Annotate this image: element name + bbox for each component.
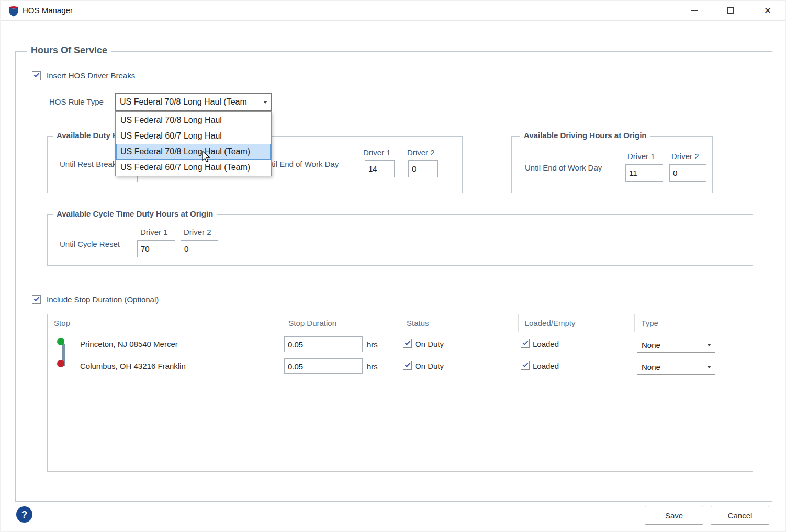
loaded-checkbox[interactable] [521,361,530,370]
stop-duration-input[interactable] [284,358,363,374]
destination-stop-icon [57,360,64,367]
question-mark-icon: ? [21,509,28,520]
minimize-icon [691,10,698,11]
cycle-driver2-input[interactable] [181,240,218,257]
dropdown-option-highlighted[interactable]: US Federal 70/8 Long Haul (Team) [116,144,271,160]
chevron-down-icon[interactable] [260,94,271,110]
column-header-status: Status [400,314,519,332]
dropdown-option[interactable]: US Federal 70/8 Long Haul [116,112,271,128]
close-icon: ✕ [764,6,771,15]
close-button[interactable]: ✕ [758,2,777,19]
driving-until-end-label: Until End of Work Day [525,163,602,172]
loaded-label: Loaded [533,361,559,370]
column-header-stop-duration: Stop Duration [282,314,400,332]
check-icon [34,72,40,77]
status-label: On Duty [415,361,444,370]
duration-unit-label: hrs [367,340,378,349]
column-header-loaded-empty: Loaded/Empty [519,314,635,332]
available-driving-hours-title: Available Driving Hours at Origin [520,131,650,140]
stops-table-header: Stop Stop Duration Status Loaded/Empty T… [48,314,753,332]
table-row-stop-name: Princeton, NJ 08540 Mercer [80,339,178,348]
driving-driver2-input[interactable] [669,164,706,182]
stop-type-value: None [637,363,703,371]
stops-table: Stop Stop Duration Status Loaded/Empty T… [47,314,753,472]
help-button[interactable]: ? [16,506,32,523]
status-label: On Duty [415,339,444,348]
status-on-duty-checkbox[interactable] [403,339,412,348]
hos-rule-type-label: HOS Rule Type [49,97,104,106]
chevron-down-icon[interactable] [703,337,715,352]
hours-of-service-title: Hours Of Service [27,45,111,56]
cycle-driver1-input[interactable] [137,240,175,257]
duration-unit-label: hrs [367,362,378,371]
titlebar: HOS Manager ✕ [1,1,785,21]
include-stop-duration-label: Include Stop Duration (Optional) [47,295,159,304]
include-stop-duration-checkbox[interactable] [32,295,41,304]
insert-hos-driver-breaks-label: Insert HOS Driver Breaks [47,71,135,80]
hos-rule-type-dropdown-list: US Federal 70/8 Long Haul US Federal 60/… [115,111,272,176]
dropdown-option[interactable]: US Federal 60/7 Long Haul (Team) [116,160,271,175]
table-row-stop-name: Columbus, OH 43216 Franklin [80,361,186,370]
status-on-duty-checkbox[interactable] [403,361,412,370]
mouse-cursor [200,151,212,165]
check-icon [405,361,411,367]
duty-end-driver1-input[interactable] [365,160,395,177]
loaded-label: Loaded [533,339,559,348]
check-icon [523,339,529,345]
check-icon [405,339,411,345]
until-cycle-reset-label: Until Cycle Reset [60,240,120,248]
stop-duration-input[interactable] [284,336,363,352]
maximize-button[interactable] [721,2,740,19]
cycle-driver1-header: Driver 1 [140,228,168,236]
app-shield-icon [7,5,20,17]
column-header-type: Type [635,314,753,332]
window-title: HOS Manager [23,6,73,15]
hos-rule-type-combobox[interactable]: US Federal 70/8 Long Haul (Team [115,93,272,111]
check-icon [34,296,40,301]
stop-type-combobox[interactable]: None [637,359,715,375]
stop-type-combobox[interactable]: None [637,337,715,353]
chevron-down-icon[interactable] [703,359,715,374]
stop-type-value: None [637,341,703,349]
minimize-button[interactable] [685,2,704,19]
duty-end-driver2-header: Driver 2 [407,148,435,157]
save-button[interactable]: Save [645,506,703,525]
until-rest-break-label: Until Rest Break [60,160,116,168]
duty-end-driver1-header: Driver 1 [363,148,391,157]
check-icon [523,361,529,367]
driving-driver2-header: Driver 2 [671,152,699,161]
driving-driver1-header: Driver 1 [627,152,655,161]
duty-until-end-label: Until End of Work Day [262,160,339,168]
dropdown-option[interactable]: US Federal 60/7 Long Haul [116,128,271,144]
origin-stop-icon [57,338,64,345]
cancel-button[interactable]: Cancel [711,506,769,525]
loaded-checkbox[interactable] [521,339,530,348]
cycle-driver2-header: Driver 2 [184,228,211,236]
insert-hos-driver-breaks-checkbox[interactable] [32,71,41,80]
driving-driver1-input[interactable] [625,164,663,182]
column-header-stop: Stop [48,314,282,332]
hos-rule-type-value: US Federal 70/8 Long Haul (Team [116,97,260,107]
hos-manager-window: HOS Manager ✕ Hours Of Service Insert HO… [1,1,785,531]
maximize-icon [727,7,734,14]
duty-end-driver2-input[interactable] [408,160,438,177]
available-cycle-hours-title: Available Cycle Time Duty Hours at Origi… [53,209,217,218]
